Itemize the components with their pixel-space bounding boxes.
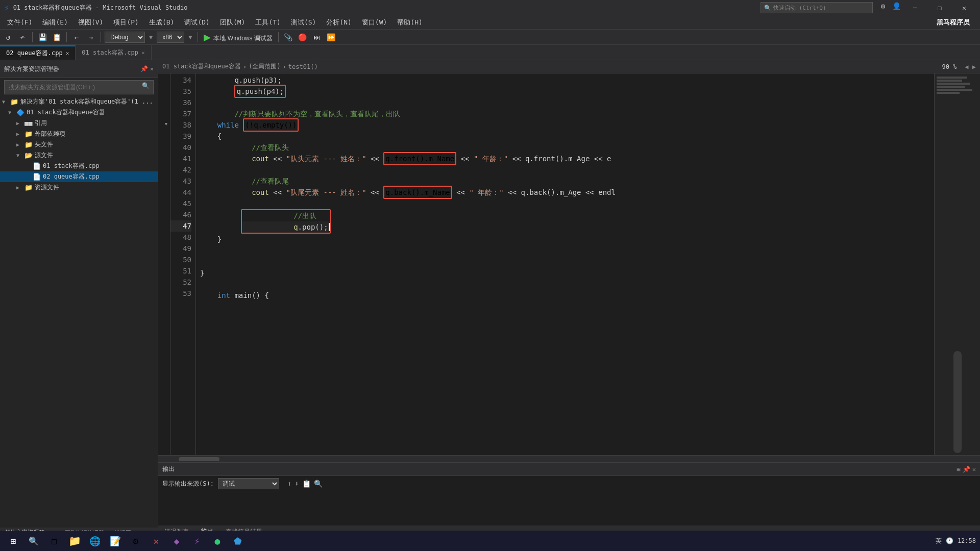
menu-build[interactable]: 生成(B)	[144, 16, 179, 29]
run-button[interactable]: ▶ 本地 Windows 调试器	[202, 32, 274, 43]
h-scroll-thumb[interactable]	[179, 457, 219, 461]
taskbar-red-app[interactable]: ✕	[147, 532, 165, 550]
output-move-icon[interactable]: ⊞	[957, 466, 961, 473]
toolbar-breakpoint[interactable]: 🔴	[297, 31, 309, 43]
breadcrumb-project: 01 stack容器和queue容器	[162, 62, 241, 71]
taskbar-purple-app[interactable]: ◆	[167, 532, 186, 550]
tree-solution[interactable]: ▼ 📁 解决方案'01 stack容器和queue容器'(1 ...	[0, 96, 158, 107]
toolbar-step[interactable]: ⏭	[311, 31, 323, 43]
resources-arrow: ▶	[16, 185, 22, 190]
restore-button[interactable]: ❐	[928, 0, 951, 15]
scroll-arrows[interactable]: ◀ ▶	[965, 63, 976, 70]
toolbar-save[interactable]: 💾	[36, 31, 48, 43]
menu-edit[interactable]: 编辑(E)	[37, 16, 72, 29]
menu-team[interactable]: 团队(M)	[215, 16, 250, 29]
taskbar-task-view[interactable]: □	[45, 532, 63, 550]
search-icon-sidebar: 🔍	[142, 82, 150, 89]
code-editor[interactable]: ▼ 34 35 36 37 38 39 40 41 42 43 44 45 46	[158, 73, 980, 455]
toolbar-separator-3	[101, 32, 101, 42]
breadcrumb-scope: (全局范围)	[249, 62, 280, 71]
menu-help[interactable]: 帮助(H)	[392, 16, 427, 29]
tab-queue-cpp[interactable]: 02 queue容器.cpp ✕	[0, 45, 76, 60]
platform-select[interactable]: x86 x64	[157, 32, 184, 43]
toolbar-forward[interactable]: →	[85, 31, 97, 43]
ln-37: 37	[170, 108, 191, 119]
tree-item-references[interactable]: ▶ ■■ 引用	[0, 118, 158, 129]
output-btn-4[interactable]: 🔍	[314, 480, 323, 488]
taskbar-settings[interactable]: ⚙	[127, 532, 145, 550]
output-btn-1[interactable]: ⬆	[287, 480, 291, 488]
menu-test[interactable]: 测试(S)	[286, 16, 321, 29]
toolbar-separator-2	[66, 32, 67, 42]
project-arrow: ▼	[8, 110, 14, 115]
output-btn-2[interactable]: ⬇	[295, 480, 299, 488]
profile-icon[interactable]: 👤	[890, 0, 902, 12]
tab-stack-cpp[interactable]: 01 stack容器.cpp ✕	[76, 45, 151, 60]
close-button[interactable]: ✕	[952, 0, 976, 15]
taskbar-vs-icon[interactable]: ⚡	[188, 532, 206, 550]
output-controls: ⊞ 📌 ✕	[957, 466, 976, 473]
output-btn-3[interactable]: 📋	[302, 480, 311, 488]
fold-icon-38[interactable]: ▼	[162, 118, 170, 130]
tree-item-source[interactable]: ▼ 📂 源文件	[0, 150, 158, 161]
toolbar-undo[interactable]: ↶	[16, 31, 29, 43]
toolbar-save-all[interactable]: 📋	[51, 31, 63, 43]
sidebar-search-input[interactable]	[4, 80, 154, 94]
code-line-43: //查看队尾	[200, 176, 934, 187]
debug-config-select[interactable]: Debug Release	[105, 32, 145, 43]
menu-view[interactable]: 视图(V)	[73, 16, 108, 29]
search-icon: 🔍	[764, 5, 771, 11]
menu-analyze[interactable]: 分析(N)	[321, 16, 356, 29]
tree-item-headers[interactable]: ▶ 📁 头文件	[0, 139, 158, 150]
menu-tools[interactable]: 工具(T)	[250, 16, 285, 29]
tab-stack-close[interactable]: ✕	[141, 49, 145, 56]
taskbar-explorer[interactable]: 📁	[65, 532, 84, 550]
taskbar-blue-app[interactable]: ⬟	[229, 532, 247, 550]
toolbar-back[interactable]: ←	[70, 31, 83, 43]
toolbar-step2[interactable]: ⏩	[325, 31, 337, 43]
ln-39: 39	[170, 131, 191, 142]
menu-file[interactable]: 文件(F)	[2, 16, 37, 29]
code-content[interactable]: q.push(p3); q.push(p4); //判断只要队列不为空，查看队头…	[196, 73, 934, 455]
sidebar-pin-icon[interactable]: 📌	[140, 65, 148, 72]
h-scrollbar[interactable]	[158, 455, 980, 462]
quick-launch-search[interactable]: 🔍 快速启动 (Ctrl+Q)	[761, 2, 873, 13]
tree-item-external[interactable]: ▶ 📁 外部依赖项	[0, 129, 158, 139]
menu-debug[interactable]: 调试(D)	[179, 16, 214, 29]
taskbar-search[interactable]: 🔍	[24, 532, 43, 550]
sidebar-close-icon[interactable]: ✕	[150, 65, 154, 72]
breadcrumb-right: 90 % ◀ ▶	[938, 63, 976, 70]
ln-35: 35	[170, 86, 191, 97]
taskbar-edge[interactable]: 🌐	[86, 532, 104, 550]
taskbar-green-app[interactable]: ●	[208, 532, 227, 550]
code-line-41: cout << "队头元素 --- 姓名：" << q.front().m_Na…	[200, 153, 934, 164]
menu-project[interactable]: 项目(P)	[108, 16, 143, 29]
right-panel	[934, 73, 980, 455]
toolbar-new[interactable]: ↺	[2, 31, 14, 43]
toolbar-attach[interactable]: 📎	[282, 31, 295, 43]
sidebar-title: 解决方案资源管理器	[4, 65, 59, 73]
code-line-53: int main() {	[200, 290, 934, 301]
tree-item-stack-cpp[interactable]: 📄 01 stack容器.cpp	[0, 161, 158, 171]
scroll-thumb[interactable]	[953, 351, 962, 453]
code-line-39: {	[200, 131, 934, 142]
taskbar-notepad[interactable]: 📝	[106, 532, 125, 550]
output-close-icon[interactable]: ✕	[972, 466, 976, 473]
title-bar: ⚡ 01 stack容器和queue容器 - Microsoft Visual …	[0, 0, 980, 15]
references-icon: ■■	[24, 119, 33, 127]
ln-49: 49	[170, 243, 191, 254]
menu-window[interactable]: 窗口(W)	[357, 16, 392, 29]
filter-icon[interactable]: ⚙	[877, 0, 889, 12]
editor-area: 01 stack容器和queue容器 › (全局范围) › test01() 9…	[158, 60, 980, 539]
ln-34: 34	[170, 74, 191, 86]
tree-project[interactable]: ▼ 🔷 01 stack容器和queue容器	[0, 107, 158, 118]
output-pin-icon[interactable]: 📌	[963, 466, 970, 473]
tree-item-queue-cpp[interactable]: 📄 02 queue容器.cpp	[0, 171, 158, 182]
minimize-button[interactable]: ─	[903, 0, 927, 15]
taskbar-start-button[interactable]: ⊞	[4, 532, 22, 550]
output-source-select[interactable]: 调试	[218, 478, 279, 489]
output-content	[158, 491, 980, 525]
tab-queue-close[interactable]: ✕	[66, 50, 69, 57]
code-line-37: //判断只要队列不为空，查看队头，查看队尾，出队	[200, 108, 934, 119]
tree-item-resources[interactable]: ▶ 📁 资源文件	[0, 182, 158, 193]
